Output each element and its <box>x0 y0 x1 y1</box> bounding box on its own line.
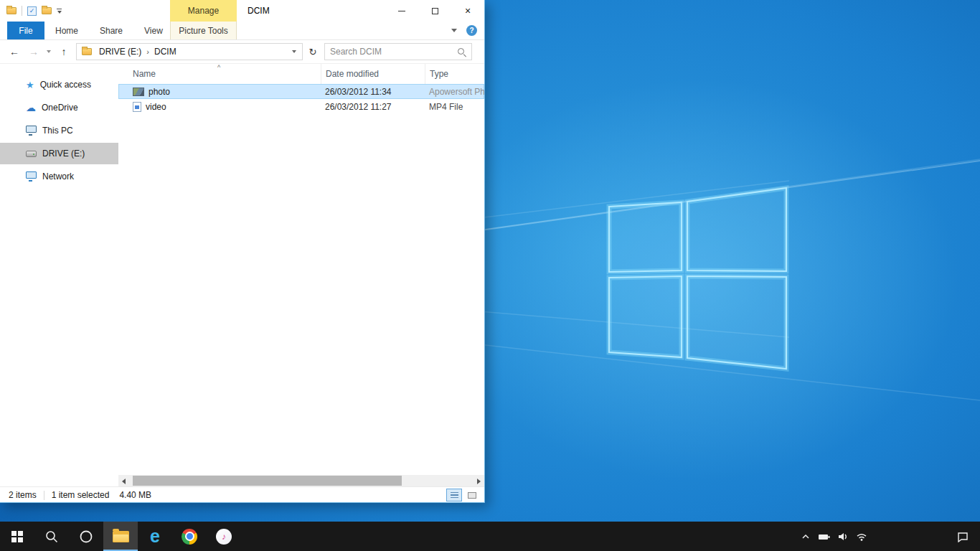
volume-button[interactable] <box>834 522 852 551</box>
column-label: Name <box>133 69 156 79</box>
video-file-icon <box>133 102 141 112</box>
view-toggles <box>446 489 480 501</box>
file-explorer-window: ✓ Manage DCIM × File Home Share View Pic… <box>0 0 485 503</box>
battery-icon <box>818 532 831 542</box>
volume-icon <box>837 532 849 542</box>
start-logo-square <box>18 537 23 542</box>
expand-ribbon-chevron-icon[interactable] <box>451 29 457 32</box>
tab-picture-tools[interactable]: Picture Tools <box>170 22 237 39</box>
chevron-down-icon <box>47 50 51 53</box>
column-header-name[interactable]: ^ Name <box>118 64 321 84</box>
cloud-icon: ☁ <box>26 103 36 113</box>
wifi-icon <box>855 532 868 542</box>
new-folder-icon[interactable] <box>42 7 52 14</box>
folder-icon <box>82 48 92 55</box>
file-name-cell: photo <box>118 87 321 97</box>
navigation-pane: ★ Quick access ☁ OneDrive This PC DRIVE … <box>0 64 118 475</box>
separator <box>44 491 44 500</box>
column-label: Date modified <box>326 69 379 79</box>
taskbar-itunes-button[interactable]: ♪ <box>207 522 241 551</box>
column-headers: ^ Name Date modified Type <box>118 64 484 84</box>
up-button[interactable]: ↑ <box>55 43 73 60</box>
tab-view[interactable]: View <box>133 22 174 39</box>
action-center-icon <box>956 531 969 542</box>
file-row-photo[interactable]: photo 26/03/2012 11:34 Apowersoft Pho <box>118 84 484 99</box>
ribbon-right-controls: ? <box>451 22 477 39</box>
sidebar-item-onedrive[interactable]: ☁ OneDrive <box>0 97 118 118</box>
file-list: ^ Name Date modified Type photo 26/03/20… <box>118 64 484 475</box>
scroll-left-icon[interactable] <box>122 479 126 484</box>
internet-explorer-icon: e <box>150 527 160 545</box>
tab-home[interactable]: Home <box>44 22 89 39</box>
tab-share[interactable]: Share <box>89 22 133 39</box>
details-view-icon <box>451 492 458 499</box>
breadcrumb[interactable]: DRIVE (E:) › DCIM <box>76 43 303 60</box>
network-button[interactable] <box>852 522 871 551</box>
maximize-button[interactable] <box>418 0 451 22</box>
sidebar-item-drive-e[interactable]: DRIVE (E:) <box>0 143 118 164</box>
file-row-video[interactable]: video 26/03/2012 11:27 MP4 File <box>118 99 484 114</box>
start-logo-square <box>18 531 23 536</box>
items-count: 2 items <box>9 490 37 500</box>
scroll-right-icon[interactable] <box>477 479 481 484</box>
hidden-icons-button[interactable] <box>796 522 815 551</box>
taskbar-chrome-button[interactable] <box>172 522 207 551</box>
photo-file-icon <box>133 88 144 96</box>
back-button[interactable]: ← <box>4 43 24 60</box>
properties-icon[interactable]: ✓ <box>27 6 37 16</box>
customize-bar <box>57 9 62 9</box>
title-bar: ✓ Manage DCIM × <box>0 0 484 22</box>
start-button[interactable] <box>0 522 34 551</box>
selection-count: 1 item selected <box>52 490 110 500</box>
help-icon[interactable]: ? <box>466 25 477 36</box>
window-controls: × <box>385 0 484 22</box>
sidebar-item-network[interactable]: Network <box>0 166 118 187</box>
separator <box>22 6 22 16</box>
file-name-cell: video <box>118 102 321 112</box>
sidebar-item-this-pc[interactable]: This PC <box>0 120 118 141</box>
refresh-icon[interactable]: ↻ <box>304 43 321 60</box>
maximize-icon <box>432 8 438 14</box>
tab-file[interactable]: File <box>7 22 44 39</box>
cortana-button[interactable] <box>69 522 103 551</box>
computer-icon <box>26 126 37 133</box>
search-box[interactable] <box>324 43 472 60</box>
start-logo-square <box>11 531 17 536</box>
sidebar-item-label: DRIVE (E:) <box>42 149 85 159</box>
manage-contextual-tab[interactable]: Manage <box>170 0 237 22</box>
close-button[interactable]: × <box>451 0 484 22</box>
taskbar-file-explorer-button[interactable] <box>103 522 138 551</box>
window-title: DCIM <box>248 0 270 22</box>
sidebar-item-quick-access[interactable]: ★ Quick access <box>0 74 118 95</box>
horizontal-scrollbar[interactable] <box>118 475 484 486</box>
minimize-button[interactable] <box>385 0 418 22</box>
address-bar: ← → ↑ DRIVE (E:) › DCIM ↻ <box>0 40 484 64</box>
ribbon-tabs: File Home Share View Picture Tools ? <box>0 22 484 40</box>
large-icons-view-button[interactable] <box>464 489 480 501</box>
sidebar-item-label: Quick access <box>40 80 91 90</box>
search-icon <box>44 529 59 544</box>
forward-button[interactable]: → <box>24 43 43 60</box>
quick-access-toolbar: ✓ <box>0 6 62 16</box>
customize-quick-access-icon[interactable] <box>57 9 62 14</box>
taskbar-search-button[interactable] <box>34 522 69 551</box>
breadcrumb-item-drive[interactable]: DRIVE (E:) <box>95 47 146 57</box>
battery-button[interactable] <box>815 522 834 551</box>
column-label: Type <box>430 69 448 79</box>
details-view-button[interactable] <box>446 489 462 501</box>
search-icon[interactable] <box>457 47 466 57</box>
minimize-icon <box>398 11 405 11</box>
network-icon <box>26 171 37 179</box>
file-name: photo <box>149 87 170 97</box>
system-tray <box>796 522 980 551</box>
column-header-type[interactable]: Type <box>425 64 484 84</box>
sidebar-item-label: OneDrive <box>42 103 78 113</box>
scrollbar-thumb[interactable] <box>133 476 402 486</box>
address-dropdown-icon[interactable] <box>292 50 296 53</box>
taskbar-internet-explorer-button[interactable]: e <box>138 522 172 551</box>
breadcrumb-item-dcim[interactable]: DCIM <box>150 47 181 57</box>
recent-locations-button[interactable] <box>43 43 55 60</box>
search-input[interactable] <box>330 47 457 57</box>
action-center-button[interactable] <box>948 522 977 551</box>
column-header-date-modified[interactable]: Date modified <box>321 64 425 84</box>
